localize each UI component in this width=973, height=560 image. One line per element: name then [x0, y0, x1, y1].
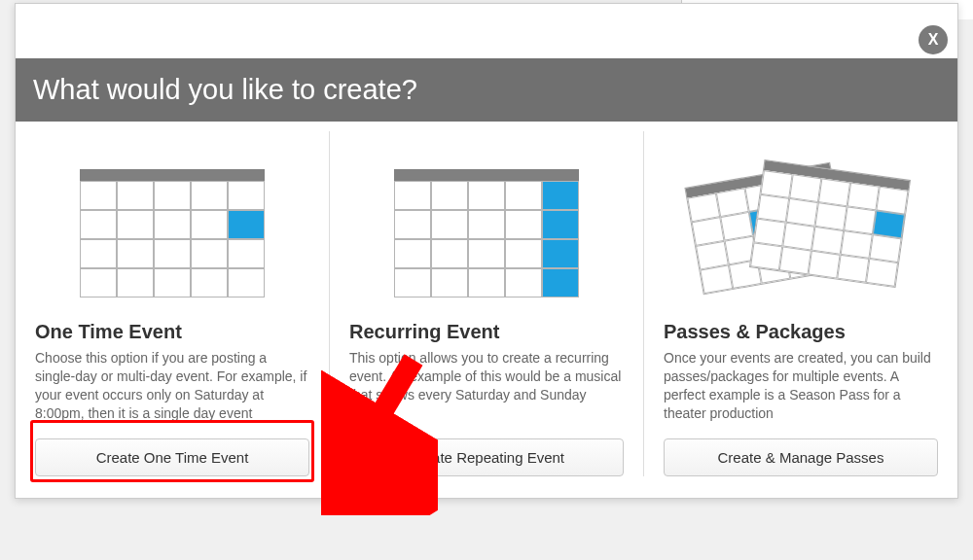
option-title: Passes & Packages — [664, 321, 938, 343]
option-description: This option allows you to create a recur… — [349, 349, 624, 423]
create-manage-passes-button[interactable]: Create & Manage Passes — [664, 438, 938, 476]
option-recurring: Recurring Event This option allows you t… — [329, 131, 643, 476]
modal-top-spacer — [16, 4, 957, 58]
create-one-time-event-button[interactable]: Create One Time Event — [35, 438, 309, 476]
one-time-illustration — [35, 146, 309, 321]
close-icon: X — [928, 31, 939, 49]
option-title: One Time Event — [35, 321, 309, 343]
modal-title: What would you like to create? — [16, 58, 957, 122]
create-event-modal: X What would you like to create? One Tim… — [15, 3, 958, 499]
passes-illustration — [664, 146, 938, 321]
recurring-illustration — [349, 146, 624, 321]
option-title: Recurring Event — [349, 321, 624, 343]
calendar-icon — [80, 169, 265, 298]
close-button[interactable]: X — [919, 25, 948, 54]
option-one-time: One Time Event Choose this option if you… — [16, 131, 329, 476]
option-description: Choose this option if you are posting a … — [35, 349, 309, 423]
calendar-icon — [394, 169, 579, 298]
create-repeating-event-button[interactable]: Create Repeating Event — [349, 438, 624, 476]
option-passes: Passes & Packages Once your events are c… — [643, 131, 957, 476]
option-description: Once your events are created, you can bu… — [664, 349, 938, 423]
calendar-icon — [750, 160, 910, 287]
modal-body: One Time Event Choose this option if you… — [16, 122, 957, 498]
